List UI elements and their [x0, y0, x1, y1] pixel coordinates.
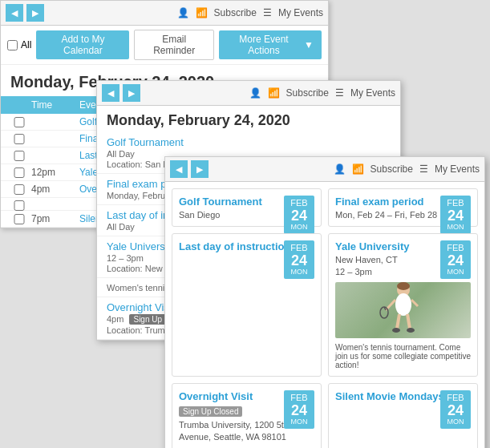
badge-dow: MON — [442, 418, 469, 426]
col-time: Time — [31, 99, 79, 111]
layer2-prev-btn[interactable]: ◀ — [102, 84, 119, 102]
layer1-topbar-right: 👤 📶 Subscribe ☰ My Events — [177, 7, 323, 18]
layer1-all-checkbox[interactable] — [7, 40, 18, 50]
tennis-image — [335, 282, 471, 338]
event-card-silent-movie: FEB 24 MON Silent Movie Mondays — [328, 383, 478, 448]
layer3-subscribe-link[interactable]: Subscribe — [371, 163, 413, 175]
badge-day: 24 — [285, 253, 313, 268]
date-badge: FEB 24 MON — [284, 390, 314, 429]
layer1-email-reminder-btn[interactable]: Email Reminder — [134, 30, 213, 60]
badge-dow: MON — [285, 268, 313, 276]
badge-dow: MON — [285, 223, 313, 232]
svg-point-2 — [395, 293, 411, 316]
layer1-subscribe-link[interactable]: Subscribe — [214, 7, 257, 18]
date-badge: FEB 24 MON — [440, 196, 471, 234]
badge-day: 24 — [442, 253, 469, 268]
badge-dow: MON — [442, 268, 469, 276]
col-check — [7, 99, 31, 111]
layer1-list-icon: ☰ — [263, 7, 272, 18]
calendar-view-cards: ◀ ▶ 👤 📶 Subscribe ☰ My Events FEB 24 MON… — [164, 156, 485, 448]
event-link[interactable]: Golf Tournament — [107, 136, 184, 148]
layer1-prev-btn[interactable]: ◀ — [6, 4, 23, 22]
layer2-date-heading: Monday, February 24, 2020 — [97, 106, 400, 132]
row-checkbox[interactable] — [7, 151, 31, 161]
row-checkbox[interactable] — [7, 200, 31, 211]
layer3-person-icon: 👤 — [334, 163, 346, 175]
layer2-myevents-link[interactable]: My Events — [350, 87, 395, 99]
svg-point-4 — [380, 307, 388, 318]
row-checkbox[interactable] — [7, 134, 31, 144]
tennis-figure-svg — [379, 282, 427, 338]
layer3-next-btn[interactable]: ▶ — [191, 160, 209, 178]
layer3-myevents-link[interactable]: My Events — [435, 163, 480, 175]
svg-point-1 — [397, 282, 410, 290]
cards-grid: FEB 24 MON Golf Tournament San Diego FEB… — [165, 182, 484, 448]
layer1-more-actions-btn[interactable]: More Event Actions ▼ — [219, 30, 322, 59]
layer1-all-label: All — [21, 39, 31, 50]
row-checkbox[interactable] — [7, 117, 31, 127]
svg-line-6 — [411, 300, 418, 306]
row-checkbox[interactable] — [7, 214, 31, 224]
badge-dow: MON — [442, 223, 469, 232]
svg-line-8 — [407, 314, 410, 329]
event-card-overnight: FEB 24 MON Overnight Visit Sign Up Close… — [172, 383, 322, 448]
badge-day: 24 — [285, 208, 313, 223]
row-checkbox[interactable] — [7, 167, 31, 178]
event-card-yale: FEB 24 MON Yale University New Haven, CT… — [328, 233, 478, 377]
layer2-next-btn[interactable]: ▶ — [123, 84, 140, 102]
badge-day: 24 — [442, 403, 469, 418]
layer1-next-btn[interactable]: ▶ — [26, 4, 44, 22]
row-checkbox[interactable] — [7, 184, 31, 195]
layer1-add-calendar-btn[interactable]: Add to My Calendar — [36, 30, 129, 59]
layer3-list-icon: ☰ — [419, 163, 428, 175]
layer1-more-label: More Event Actions — [227, 34, 301, 56]
layer1-check-all: All — [7, 39, 31, 50]
layer3-prev-btn[interactable]: ◀ — [170, 160, 188, 178]
svg-line-7 — [397, 314, 399, 329]
tennis-desc: Women's tennis tournament. Come join us … — [335, 343, 471, 369]
date-badge: FEB 24 MON — [440, 390, 471, 429]
layer2-person-icon: 👤 — [249, 87, 261, 99]
layer1-bars-icon: 📶 — [196, 7, 208, 18]
date-badge: FEB 24 MON — [440, 240, 471, 279]
layer2-topbar: ◀ ▶ 👤 📶 Subscribe ☰ My Events — [97, 81, 400, 106]
layer1-myevents-link[interactable]: My Events — [278, 7, 323, 18]
layer1-action-bar: All Add to My Calendar Email Reminder Mo… — [1, 26, 328, 65]
svg-point-10 — [407, 328, 415, 333]
layer2-topbar-right: 👤 📶 Subscribe ☰ My Events — [249, 87, 395, 99]
layer2-bars-icon: 📶 — [268, 87, 280, 99]
svg-point-9 — [392, 328, 400, 333]
layer1-person-icon: 👤 — [177, 7, 189, 18]
event-card-final-exam: FEB 24 MON Final exam period Mon, Feb 24… — [328, 188, 478, 227]
layer3-bars-icon: 📶 — [352, 163, 364, 175]
badge-day: 24 — [442, 208, 469, 223]
layer1-dropdown-icon: ▼ — [304, 39, 314, 50]
layer3-topbar-right: 👤 📶 Subscribe ☰ My Events — [334, 163, 480, 175]
event-card-golf: FEB 24 MON Golf Tournament San Diego — [172, 188, 322, 227]
layer2-list-icon: ☰ — [335, 87, 344, 99]
layer2-subscribe-link[interactable]: Subscribe — [286, 87, 329, 99]
date-badge: FEB 24 MON — [284, 240, 314, 279]
layer1-topbar: ◀ ▶ 👤 📶 Subscribe ☰ My Events — [1, 1, 328, 26]
layer3-topbar: ◀ ▶ 👤 📶 Subscribe ☰ My Events — [165, 157, 484, 182]
event-card-last-day: FEB 24 MON Last day of instruction — [172, 233, 322, 377]
date-badge: FEB 24 MON — [284, 196, 314, 234]
badge-day: 24 — [285, 403, 313, 418]
badge-dow: MON — [285, 418, 313, 426]
